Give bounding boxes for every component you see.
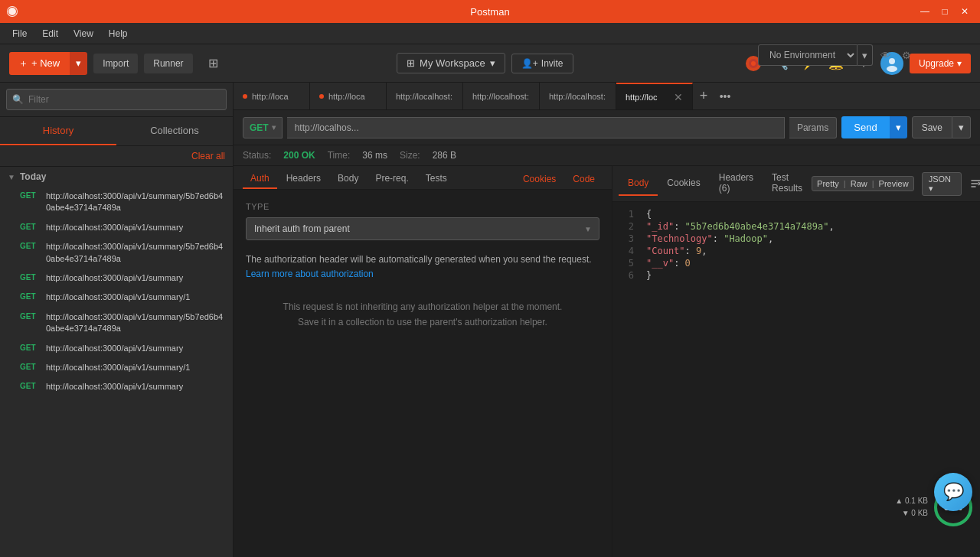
person-plus-icon: 👤+ — [521, 58, 538, 69]
size-value: 286 B — [433, 150, 456, 161]
list-item[interactable]: GET http://localhost:3000/api/v1/summary… — [0, 288, 233, 307]
auth-notice-text: This request is not inheriting any autho… — [246, 300, 599, 329]
auth-tab[interactable]: Auth — [243, 169, 277, 189]
url-input[interactable] — [287, 117, 785, 138]
upgrade-button[interactable]: Upgrade ▾ — [910, 54, 971, 73]
bandwidth-stats: ▲ 0.1 KB ▼ 0 KB — [895, 495, 928, 520]
main-layout: 🔍 History Collections Clear all ▼ Today … — [0, 83, 980, 557]
download-stat: ▼ 0 KB — [895, 507, 928, 520]
tab-5-active[interactable]: http://loc ✕ — [616, 83, 693, 110]
body-tab[interactable]: Body — [330, 169, 366, 189]
plus-icon: ＋ — [18, 57, 28, 70]
code-link[interactable]: Code — [565, 170, 603, 188]
chat-button[interactable]: 💬 — [934, 473, 972, 511]
list-item[interactable]: GET http://localhost:3000/api/v1/summary — [0, 269, 233, 288]
save-dropdown-button[interactable]: ▾ — [952, 116, 971, 138]
menu-bar: File Edit View Help — [0, 23, 980, 44]
menu-edit[interactable]: Edit — [36, 25, 64, 42]
clear-all-button[interactable]: Clear all — [191, 151, 225, 161]
window-controls[interactable]: — □ ✕ — [916, 4, 974, 19]
today-label: Today — [20, 171, 46, 182]
auth-type-select[interactable]: Inherit auth from parent No Auth Bearer … — [246, 217, 599, 240]
list-item[interactable]: GET http://localhost:3000/api/v1/summary — [0, 339, 233, 358]
save-button[interactable]: Save — [912, 116, 952, 138]
tests-tab[interactable]: Tests — [418, 169, 455, 189]
toolbar-center: ⊞ My Workspace ▾ 👤+ Invite — [234, 53, 737, 73]
status-code: 200 OK — [283, 150, 315, 161]
request-bar: GET ▾ Params Send ▾ Save ▾ — [234, 110, 980, 145]
more-tabs-button[interactable]: ••• — [714, 86, 736, 107]
tab-close-icon[interactable]: ✕ — [674, 91, 683, 103]
tab-3[interactable]: http://localhost: — [463, 83, 540, 110]
close-button[interactable]: ✕ — [956, 4, 974, 19]
headers-tab[interactable]: Headers — [279, 169, 328, 189]
menu-view[interactable]: View — [67, 25, 100, 42]
history-url: http://localhost:3000/api/v1/summary — [46, 222, 183, 233]
list-item[interactable]: GET http://localhost:3000/api/v1/summary — [0, 218, 233, 237]
cookies-link[interactable]: Cookies — [515, 170, 564, 188]
maximize-button[interactable]: □ — [936, 4, 954, 19]
invite-button[interactable]: 👤+ Invite — [511, 54, 573, 73]
send-button[interactable]: Send — [841, 116, 889, 138]
env-select[interactable]: No Environment — [758, 44, 858, 66]
tab-collections[interactable]: Collections — [116, 117, 233, 145]
env-dropdown-button[interactable]: ▾ — [858, 44, 873, 66]
time-value: 36 ms — [362, 150, 387, 161]
headers-resp-tab[interactable]: Headers (6) — [710, 166, 763, 201]
list-item[interactable]: GET http://localhost:3000/api/v1/summary — [0, 377, 233, 396]
workspace-label: My Workspace — [420, 57, 485, 69]
new-button[interactable]: ＋ + New — [9, 52, 69, 75]
tab-0[interactable]: http://loca — [234, 83, 310, 110]
auth-info-text: The authorization header will be automat… — [246, 252, 599, 282]
json-line-2: 2 "_id": "5b7ed6b40abe4e3714a7489a", — [616, 220, 977, 233]
tab-2[interactable]: http://localhost: — [387, 83, 463, 110]
list-item[interactable]: GET http://localhost:3000/api/v1/summary… — [0, 187, 233, 218]
wrap-lines-button[interactable] — [968, 174, 980, 193]
status-label: Status: — [243, 150, 271, 161]
tab-history[interactable]: History — [0, 117, 116, 145]
request-tabs-bar: http://loca http://loca http://localhost… — [234, 83, 980, 110]
method-get-badge: GET — [20, 292, 41, 301]
sidebar: 🔍 History Collections Clear all ▼ Today … — [0, 83, 234, 557]
env-settings-button[interactable]: ⚙ — [897, 46, 916, 64]
learn-more-link[interactable]: Learn more about authorization — [246, 269, 374, 279]
tab-label: http://localhost: — [549, 92, 606, 101]
list-item[interactable]: GET http://localhost:3000/api/v1/summary… — [0, 308, 233, 339]
test-results-resp-tab[interactable]: Test Results — [763, 166, 812, 201]
send-button-group: Send ▾ — [841, 116, 906, 138]
env-preview-button[interactable]: 👁 — [876, 46, 894, 64]
tab-label: http://localhost: — [396, 92, 452, 101]
tab-dot — [319, 94, 324, 99]
runner-button[interactable]: Runner — [144, 54, 192, 73]
sidebar-content: ▼ Today GET http://localhost:3000/api/v1… — [0, 167, 233, 557]
params-button[interactable]: Params — [789, 117, 837, 138]
menu-help[interactable]: Help — [103, 25, 134, 42]
tab-4[interactable]: http://localhost: — [540, 83, 616, 110]
chevron-down-icon-today: ▼ — [8, 173, 15, 181]
today-section-header[interactable]: ▼ Today — [0, 167, 233, 187]
method-get-badge: GET — [20, 241, 41, 250]
minimize-button[interactable]: — — [916, 4, 934, 19]
list-item[interactable]: GET http://localhost:3000/api/v1/summary… — [0, 237, 233, 269]
tab-dot — [243, 94, 247, 99]
send-dropdown-button[interactable]: ▾ — [890, 116, 907, 138]
new-dropdown-button[interactable]: ▾ — [69, 52, 87, 75]
lang-select[interactable]: JSON ▾ — [922, 172, 962, 196]
menu-file[interactable]: File — [6, 25, 33, 42]
new-tab-button[interactable]: + — [693, 86, 714, 107]
tab-1[interactable]: http://loca — [310, 83, 387, 110]
postman-icon — [6, 5, 18, 18]
body-resp-tab[interactable]: Body — [619, 171, 658, 196]
list-item[interactable]: GET http://localhost:3000/api/v1/summary… — [0, 358, 233, 377]
history-url: http://localhost:3000/api/v1/summary/5b7… — [46, 311, 225, 335]
auth-type-select-wrap: Inherit auth from parent No Auth Bearer … — [246, 217, 599, 240]
collection-runner-button[interactable]: ⊞ — [199, 51, 227, 75]
method-select[interactable]: GET ▾ — [243, 117, 283, 138]
prereq-tab[interactable]: Pre-req. — [368, 169, 416, 189]
format-select[interactable]: Pretty | Raw | Preview — [812, 176, 914, 191]
workspace-button[interactable]: ⊞ My Workspace ▾ — [397, 53, 505, 73]
cookies-resp-tab[interactable]: Cookies — [658, 171, 709, 196]
method-get-badge: GET — [20, 362, 41, 371]
search-input[interactable] — [6, 89, 227, 110]
import-button[interactable]: Import — [93, 54, 138, 73]
